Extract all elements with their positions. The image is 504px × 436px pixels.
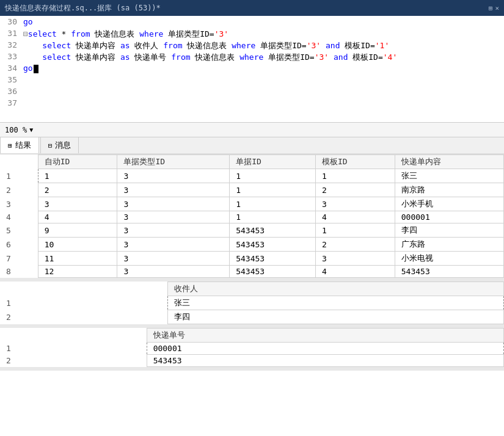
table-cell[interactable]: 李四 (395, 223, 503, 238)
tab-messages-label: 消息 (55, 140, 71, 151)
table-cell[interactable]: 张三 (168, 296, 504, 310)
table-row[interactable]: 22312南京路 (0, 183, 504, 197)
table3-col-快递单号: 快递单号 (147, 329, 503, 343)
table-row[interactable]: 2543453 (0, 355, 504, 367)
table-cell[interactable]: 张三 (395, 169, 503, 183)
table-row[interactable]: 2李四 (0, 310, 504, 324)
table-cell[interactable]: 1 (230, 169, 316, 183)
line-content-33[interactable]: select 快递单内容 as 快递单号 from 快递信息表 where 单据… (22, 52, 504, 63)
table-cell[interactable]: 543453 (230, 223, 316, 238)
line-number-30: 30 (0, 17, 22, 26)
table-cell[interactable]: 543453 (147, 355, 503, 367)
table-cell[interactable]: 1 (230, 197, 316, 211)
close-icon[interactable]: × (495, 4, 499, 12)
table-cell[interactable]: 543453 (230, 266, 316, 278)
table-row[interactable]: 1000001 (0, 343, 504, 355)
row-number: 1 (0, 343, 147, 355)
table-cell[interactable]: 3 (117, 238, 230, 252)
table-cell[interactable]: 2 (315, 183, 395, 197)
table-cell[interactable]: 小米电视 (395, 252, 503, 266)
table-cell[interactable]: 10 (38, 238, 117, 252)
table-cell[interactable]: 3 (117, 252, 230, 266)
row-number: 2 (0, 183, 38, 197)
table-cell[interactable]: 1 (230, 183, 316, 197)
line-content-32[interactable]: select 快递单内容 as 收件人 from 快递信息表 where 单据类… (22, 40, 504, 51)
table-cell[interactable]: 3 (117, 183, 230, 197)
table3-wrapper: 快递单号 10000012543453 (0, 328, 504, 371)
table-cell[interactable]: 3 (117, 223, 230, 238)
table-cell[interactable]: 广东路 (395, 238, 503, 252)
table-row[interactable]: 61035434532广东路 (0, 238, 504, 252)
row-number: 5 (0, 223, 38, 238)
tab-results[interactable]: ⊞ 结果 (0, 137, 39, 153)
tab-results-label: 结果 (15, 140, 31, 151)
table-cell[interactable]: 543453 (230, 252, 316, 266)
table1-col-自动id: 自动ID (38, 155, 117, 169)
line-content-30[interactable]: go (22, 17, 504, 26)
table-row[interactable]: 1张三 (0, 296, 504, 310)
code-line-34: 34 go (0, 64, 504, 75)
table-cell[interactable]: 小米手机 (395, 197, 503, 211)
table3: 快递单号 10000012543453 (0, 328, 504, 367)
table1-col-单据类型id: 单据类型ID (117, 155, 230, 169)
tabs-bar: ⊞ 结果 ⊟ 消息 (0, 137, 504, 154)
row-number: 6 (0, 238, 38, 252)
messages-tab-icon: ⊟ (48, 142, 53, 150)
table2: 收件人 1张三2李四 (0, 282, 504, 324)
table-cell[interactable]: 3 (315, 252, 395, 266)
table1-col-单据id: 单据ID (230, 155, 316, 169)
code-line-30: 30 go (0, 17, 504, 29)
table-cell[interactable]: 1 (315, 169, 395, 183)
table-row[interactable]: 81235434534543453 (0, 266, 504, 278)
table-row[interactable]: 44314000001 (0, 211, 504, 223)
table3-header-row: 快递单号 (0, 329, 504, 343)
table-row[interactable]: 11311张三 (0, 169, 504, 183)
table-cell[interactable]: 543453 (230, 238, 316, 252)
table-cell[interactable]: 2 (315, 238, 395, 252)
table-cell[interactable]: 12 (38, 266, 117, 278)
code-line-36: 36 (0, 87, 504, 98)
table-cell[interactable]: 11 (38, 252, 117, 266)
line-content-37 (22, 98, 504, 107)
line-content-31[interactable]: ⊟select * from 快递信息表 where 单据类型ID='3' (22, 29, 504, 40)
zoom-dropdown-icon[interactable]: ▼ (29, 126, 33, 133)
table-cell[interactable]: 9 (38, 223, 117, 238)
table-cell[interactable]: 李四 (168, 310, 504, 324)
row-number: 8 (0, 266, 38, 278)
row-number: 2 (0, 355, 147, 367)
table-cell[interactable]: 1 (315, 223, 395, 238)
table-cell[interactable]: 543453 (395, 266, 503, 278)
row-number: 2 (0, 310, 168, 324)
table-cell[interactable]: 4 (315, 211, 395, 223)
table-cell[interactable]: 南京路 (395, 183, 503, 197)
line-number-34: 34 (0, 64, 22, 73)
table-cell[interactable]: 3 (117, 266, 230, 278)
row-number: 3 (0, 197, 38, 211)
table-cell[interactable]: 1 (38, 169, 117, 183)
table-cell[interactable]: 4 (38, 211, 117, 223)
table-cell[interactable]: 000001 (147, 343, 503, 355)
table-cell[interactable]: 3 (117, 211, 230, 223)
table-row[interactable]: 71135434533小米电视 (0, 252, 504, 266)
row-number: 4 (0, 211, 38, 223)
table-cell[interactable]: 000001 (395, 211, 503, 223)
tab-messages[interactable]: ⊟ 消息 (40, 137, 79, 153)
zoom-value[interactable]: 100 % (5, 126, 27, 134)
table-cell[interactable]: 4 (315, 266, 395, 278)
table-cell[interactable]: 3 (117, 197, 230, 211)
line-content-34[interactable]: go (22, 64, 504, 73)
table1-col-模板id: 模板ID (315, 155, 395, 169)
table-cell[interactable]: 3 (117, 169, 230, 183)
results-tab-icon: ⊞ (8, 142, 12, 150)
table-cell[interactable]: 2 (38, 183, 117, 197)
table-cell[interactable]: 3 (315, 197, 395, 211)
table-cell[interactable]: 3 (38, 197, 117, 211)
line-number-35: 35 (0, 75, 22, 84)
pin-icon[interactable]: ⊞ (489, 4, 493, 12)
row-number: 7 (0, 252, 38, 266)
table-cell[interactable]: 1 (230, 211, 316, 223)
code-editor: 30 go 31 ⊟select * from 快递信息表 where 单据类型… (0, 16, 504, 123)
table-row[interactable]: 5935434531李四 (0, 223, 504, 238)
table-row[interactable]: 33313小米手机 (0, 197, 504, 211)
table1-header-row: 自动ID 单据类型ID 单据ID 模板ID 快递单内容 (0, 155, 504, 169)
